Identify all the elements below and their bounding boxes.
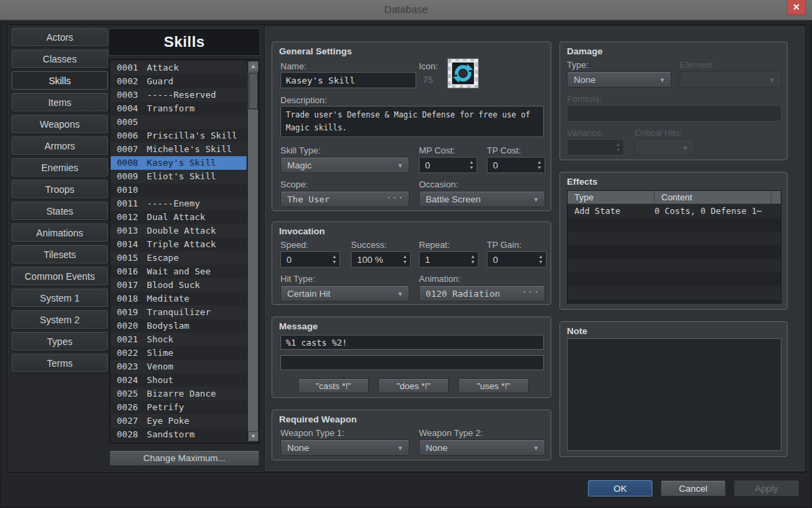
sidebar-tab[interactable]: Weapons <box>12 115 108 133</box>
preset-uses-button[interactable]: "uses *!" <box>458 378 529 393</box>
skill-list-item[interactable]: 0022 Slime <box>111 346 246 360</box>
skill-list-item[interactable]: 0001 Attack <box>111 61 246 75</box>
critical-hits-dropdown[interactable]: ▼ <box>635 139 695 156</box>
sidebar-tab[interactable]: Troops <box>12 180 108 198</box>
spinner-arrows-icon[interactable]: ▲▼ <box>538 254 543 265</box>
message-line2-input[interactable] <box>280 355 544 370</box>
weapon-type1-dropdown[interactable]: None ▼ <box>280 439 409 456</box>
success-spinner[interactable]: 100 % ▲▼ <box>351 251 411 268</box>
sidebar-tab[interactable]: Tilesets <box>12 245 108 264</box>
cancel-button[interactable]: Cancel <box>661 480 726 496</box>
skill-list-item[interactable]: 0025 Bizarre Dance <box>111 387 246 401</box>
preset-casts-button[interactable]: "casts *!" <box>298 378 369 393</box>
description-input[interactable]: Trade user's Defense & Magic Defense for… <box>280 106 544 137</box>
tp-cost-spinner[interactable]: 0 ▲▼ <box>487 157 545 173</box>
skill-list-item[interactable]: 0021 Shock <box>111 333 246 346</box>
skill-name: Transform <box>147 102 194 115</box>
close-button[interactable]: ✕ <box>787 0 806 15</box>
skill-list-item[interactable]: 0020 Bodyslam <box>111 319 246 333</box>
repeat-spinner[interactable]: 1 ▲▼ <box>419 251 479 268</box>
sidebar-tab[interactable]: Armors <box>12 137 108 155</box>
skill-id: 0004 <box>117 102 138 115</box>
window-title: Database <box>0 3 812 15</box>
animation-picker[interactable]: 0120 Radiation ··· <box>419 285 545 302</box>
message-line1-input[interactable]: %1 casts %2! <box>280 335 544 350</box>
sidebar-tab[interactable]: Items <box>12 93 108 111</box>
skill-list-item[interactable]: 0011 -----Enemy <box>111 197 246 211</box>
spinner-arrows-icon[interactable]: ▲▼ <box>616 142 621 153</box>
skill-list-item[interactable]: 0013 Double Attack <box>111 224 246 238</box>
sidebar-tab[interactable]: States <box>12 202 108 220</box>
skill-icon-button[interactable] <box>447 58 479 88</box>
sidebar-tab-label: Weapons <box>40 119 80 130</box>
speed-spinner[interactable]: 0 ▲▼ <box>280 251 340 268</box>
skill-list-item[interactable]: 0003 -----Reserved <box>111 88 246 102</box>
skill-list-item[interactable]: 0006 Priscilla's Skill <box>111 129 246 143</box>
name-input[interactable]: Kasey's Skill <box>280 72 416 88</box>
skill-type-dropdown[interactable]: Magic ▼ <box>280 157 409 173</box>
sidebar-tab[interactable]: Types <box>12 332 108 350</box>
spinner-arrows-icon[interactable]: ▲▼ <box>469 160 474 170</box>
skill-list-item[interactable]: 0014 Triple Attack <box>111 238 246 251</box>
skill-list-item[interactable]: 0002 Guard <box>111 75 246 88</box>
spinner-arrows-icon[interactable]: ▲▼ <box>403 254 407 265</box>
mp-cost-spinner[interactable]: 0 ▲▼ <box>419 157 477 173</box>
spinner-arrows-icon[interactable]: ▲▼ <box>470 254 475 265</box>
effect-row[interactable]: Add State 0 Costs, 0 Defense 1⋯ <box>568 204 781 218</box>
change-maximum-button[interactable]: Change Maximum... <box>109 450 259 466</box>
skill-list-item[interactable]: 0007 Michelle's Skill <box>111 143 246 156</box>
sidebar-tab[interactable]: Common Events <box>12 267 108 285</box>
sidebar-tab[interactable]: Animations <box>12 223 108 242</box>
sidebar-tab[interactable]: Terms <box>12 354 108 372</box>
sidebar-tab[interactable]: Actors <box>12 28 108 46</box>
skill-id: 0001 <box>117 61 138 75</box>
scrollbar-thumb[interactable] <box>248 73 258 109</box>
scope-picker[interactable]: The User ··· <box>280 191 409 207</box>
skill-list-item[interactable]: 0010 <box>111 183 246 197</box>
skill-id: 0006 <box>117 129 138 143</box>
scope-value: The User <box>287 194 330 204</box>
sidebar-tab-label: Tilesets <box>43 249 76 260</box>
skill-list-item[interactable]: 0016 Wait and See <box>111 265 246 278</box>
skill-list-item[interactable]: 0009 Eliot's Skill <box>111 170 246 183</box>
spinner-arrows-icon[interactable]: ▲▼ <box>537 160 542 170</box>
ok-button[interactable]: OK <box>588 480 652 496</box>
skill-list-item[interactable]: 0019 Tranquilizer <box>111 306 246 319</box>
variance-spinner[interactable]: ▲▼ <box>567 139 624 156</box>
tp-gain-spinner[interactable]: 0 ▲▼ <box>487 251 547 268</box>
scroll-down-button[interactable]: ▼ <box>248 431 259 441</box>
sidebar-tab[interactable]: System 1 <box>12 289 108 307</box>
skill-list-item[interactable]: 0018 Meditate <box>111 292 246 306</box>
title-bar[interactable]: Database ✕ <box>0 0 812 20</box>
scroll-up-icon: ▲ <box>251 63 256 69</box>
formula-input[interactable] <box>567 105 781 122</box>
skill-list-item[interactable]: 0005 <box>111 115 246 129</box>
spinner-arrows-icon[interactable]: ▲▼ <box>332 254 337 265</box>
element-dropdown[interactable]: ▼ <box>680 71 781 88</box>
skill-list-item[interactable]: 0008 Kasey's Skill <box>111 156 246 170</box>
skill-list-item[interactable]: 0028 Sandstorm <box>111 428 246 441</box>
skill-list-item[interactable]: 0004 Transform <box>111 102 246 115</box>
skill-list-item[interactable]: 0017 Blood Suck <box>111 278 246 292</box>
occasion-dropdown[interactable]: Battle Screen ▼ <box>419 191 545 207</box>
preset-does-button[interactable]: "does *!" <box>378 378 449 393</box>
sidebar-tab[interactable]: Skills <box>12 71 108 90</box>
weapon-type2-dropdown[interactable]: None ▼ <box>419 439 545 456</box>
skill-list-item[interactable]: 0024 Shout <box>111 374 246 387</box>
damage-type-dropdown[interactable]: None ▼ <box>567 71 671 88</box>
note-input[interactable] <box>567 338 781 451</box>
message-title: Message <box>279 321 318 331</box>
scroll-up-button[interactable]: ▲ <box>248 61 259 71</box>
sidebar-tab[interactable]: Enemies <box>12 158 108 177</box>
skill-list-item[interactable]: 0012 Dual Attack <box>111 211 246 224</box>
occasion-label: Occasion: <box>419 179 458 189</box>
skill-list-item[interactable]: 0023 Venom <box>111 360 246 374</box>
skill-list-item[interactable]: 0015 Escape <box>111 251 246 265</box>
sidebar-tab[interactable]: Classes <box>12 50 108 68</box>
skill-list-item[interactable]: 0027 Eye Poke <box>111 414 246 428</box>
skills-scrollbar[interactable]: ▲ ▼ <box>247 61 258 441</box>
sidebar-tab[interactable]: System 2 <box>12 310 108 329</box>
skill-list-item[interactable]: 0026 Petrify <box>111 401 246 414</box>
apply-button[interactable]: Apply <box>734 480 799 496</box>
hit-type-dropdown[interactable]: Certain Hit ▼ <box>280 285 409 302</box>
